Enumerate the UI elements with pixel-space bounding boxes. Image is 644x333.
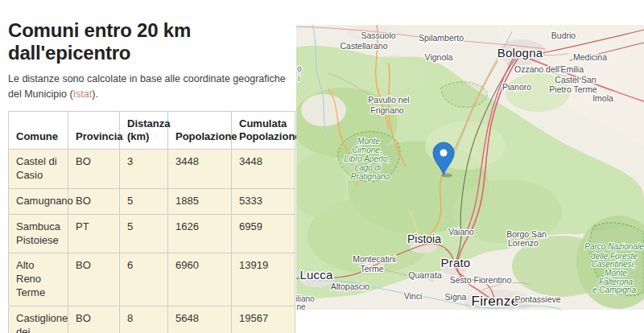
map-label: Budrio [551,31,576,40]
map-label: Pietro Terme [549,84,597,94]
table-cell: 8 [120,306,168,333]
map-label: Monte [357,137,380,146]
table-cell: 1626 [168,214,232,253]
table-cell: Alto Reno Terme [9,253,68,306]
map-label: Castel San [555,75,597,84]
map-label: Frignano [370,105,404,115]
map-label: Castellarano [341,41,388,51]
map[interactable]: SassuoloCastellaranoSpilambertoVignolaBo… [296,25,644,310]
table-row: Sambuca PistoiesePT516266959 [9,214,295,253]
column-header: Cumulata Popolazione [232,111,295,150]
marker-hole [440,150,448,157]
table-cell: BO [68,188,120,214]
column-header: Distanza (km) [120,111,168,150]
table-cell: Castiglione dei Pepoli [9,306,68,333]
map-label: Pratignano [351,172,390,181]
istat-link[interactable]: Istat [73,88,93,100]
map-label: Bologna [497,46,543,60]
table-cell: 6960 [168,253,232,306]
map-label: Firenze [472,294,519,309]
table-row: CamugnanoBO518855333 [9,188,295,214]
table-row: Castiglione dei PepoliBO8564819567 [9,306,295,333]
map-label: Lucca [299,268,332,282]
map-label: Sesto Fiorentino [450,275,512,285]
table-cell: 5 [120,214,168,253]
table-cell: Castel di Casio [9,150,68,189]
table-cell: 5648 [168,306,232,333]
map-label: Pavullo nel [368,95,409,105]
map-label: Pistoia [407,232,441,245]
map-label: Medicina [573,52,607,62]
table-cell: 3448 [168,150,232,189]
table-cell: BO [68,306,120,333]
map-label: Montecatini [353,254,396,264]
map-label: Cimone, [352,146,382,154]
map-label: Parco Nazionale [584,242,644,251]
marker-shadow [441,174,452,178]
subtitle-suffix: ). [92,88,98,100]
table-cell: 19567 [232,306,295,333]
comuni-table: ComuneProvinciaDistanza (km)PopolazioneC… [8,111,295,333]
map-label: Altopascio [331,282,370,291]
page: Comuni entro 20 km dall'epicentro Le dis… [0,0,644,333]
map-label: Imola [592,93,613,103]
page-title: Comuni entro 20 km dall'epicentro [8,19,295,64]
table-cell: 5333 [232,188,295,214]
map-label: Spilamberto [419,33,464,43]
table-cell: BO [68,150,120,189]
map-label: o [297,64,302,73]
column-header: Comune [9,111,68,150]
table-cell: Camugnano [9,188,68,214]
map-label: Lorenzo [508,238,539,248]
subtitle-text: Le distanze sono calcolate in base alle … [8,73,286,100]
map-label: e Campigna [592,286,636,294]
table-header-row: ComuneProvinciaDistanza (km)PopolazioneC… [9,111,295,150]
table-cell: 3 [120,150,168,189]
table-cell: 1885 [168,188,232,214]
column-header: Provincia [68,111,120,150]
map-label: Prato [441,256,471,269]
map-label: Pianoro [502,82,531,92]
map-label: ne [296,302,306,310]
map-label: Quarrata [408,270,442,280]
table-cell: 13919 [232,253,295,306]
table-row: Castel di CasioBO334483448 [9,150,295,189]
map-label: Terme [360,264,383,273]
map-label: Casentinesi, [591,260,635,269]
map-label: Lago di [355,163,382,172]
map-label: Ozzano dell'Emilia [514,64,584,74]
map-label: Signa [445,292,467,302]
table-cell: Sambuca Pistoiese [9,214,68,253]
table-cell: BO [68,253,120,306]
column-header: Popolazione [168,111,232,150]
map-label: Sassuolo [361,31,395,40]
table-cell: 3448 [232,150,295,189]
epicenter-panel: Comuni entro 20 km dall'epicentro Le dis… [8,19,295,333]
table-cell: 5 [120,188,168,214]
table-cell: 6959 [232,214,295,253]
map-label: Vaiano [448,227,474,236]
map-label: i [298,74,299,83]
map-label: Libro Aperto, [345,154,390,163]
table-cell: PT [68,214,120,253]
map-label: Vinci [404,291,423,301]
map-label: Pontassieve [514,294,560,304]
table-cell: 6 [120,253,168,306]
map-label: Vignola [425,52,453,62]
table-row: Alto Reno TermeBO6696013919 [9,253,295,306]
subtitle: Le distanze sono calcolate in base alle … [8,72,295,102]
map-label: Monte [605,269,627,278]
